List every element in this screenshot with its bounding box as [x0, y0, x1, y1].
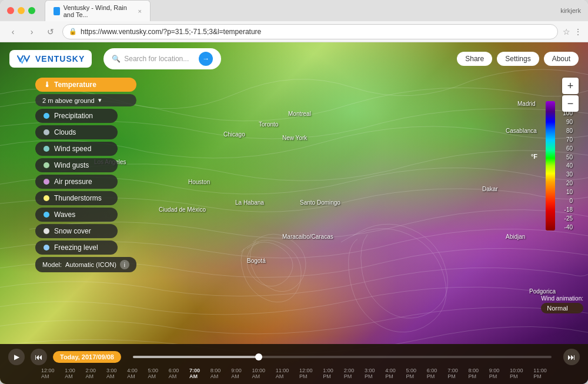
precipitation-label: Precipitation: [54, 112, 93, 120]
timeline-thumb[interactable]: [255, 353, 262, 360]
map-topnav: VENTUSKY 🔍 Search for location... → Shar…: [0, 48, 588, 69]
layer-clouds[interactable]: Clouds: [35, 125, 118, 139]
temp-70: 70: [563, 136, 573, 143]
precipitation-color-dot: [44, 113, 49, 119]
layer-waves[interactable]: Waves: [35, 208, 118, 222]
secure-icon: 🔒: [69, 28, 77, 35]
minimize-button[interactable]: [18, 7, 25, 14]
layer-wind-speed[interactable]: Wind speed: [35, 142, 118, 156]
temp-neg25: -25: [563, 215, 573, 222]
model-label: Model:: [42, 261, 62, 268]
wind-gusts-label: Wind gusts: [54, 161, 89, 169]
time-0900am: 9:00AM: [231, 368, 242, 379]
share-button[interactable]: Share: [457, 52, 492, 66]
play-button[interactable]: ▶: [8, 349, 25, 365]
time-0400am: 4:00AM: [127, 368, 138, 379]
layer-snow-cover[interactable]: Snow cover: [35, 224, 118, 238]
time-0100pm: 1:00PM: [323, 368, 333, 379]
time-0500am: 5:00AM: [148, 368, 158, 379]
traffic-lights: [7, 7, 35, 14]
layer-wind-gusts[interactable]: Wind gusts: [35, 158, 118, 172]
temp-50: 50: [563, 154, 573, 161]
time-0200am: 2:00AM: [86, 368, 96, 379]
search-icon: 🔍: [112, 55, 121, 63]
layer-thunderstorms[interactable]: Thunderstorms: [35, 191, 118, 205]
back-button[interactable]: ‹: [6, 25, 20, 39]
snow-cover-color-dot: [44, 228, 49, 234]
wind-animation-control: Wind animation: Normal: [541, 295, 583, 313]
timeline-track[interactable]: [133, 356, 552, 358]
thermometer-icon: 🌡: [44, 81, 51, 89]
ventusky-logo[interactable]: VENTUSKY: [9, 50, 92, 68]
search-submit-button[interactable]: →: [199, 52, 213, 66]
waves-label: Waves: [54, 211, 75, 219]
previous-button[interactable]: ⏮: [31, 349, 47, 365]
temp-10: 10: [563, 189, 573, 195]
altitude-chevron-icon: ▾: [98, 96, 102, 104]
maximize-button[interactable]: [28, 7, 35, 14]
temp-neg40: -40: [563, 224, 573, 231]
temp-80: 80: [563, 128, 573, 134]
layer-air-pressure[interactable]: Air pressure: [35, 175, 118, 189]
time-0800pm: 8:00PM: [468, 368, 479, 379]
zoom-out-button[interactable]: −: [562, 95, 579, 112]
search-bar[interactable]: 🔍 Search for location... →: [103, 48, 221, 69]
temp-color-bar: [546, 101, 555, 231]
freezing-level-label: Freezing level: [54, 243, 98, 252]
active-layer-label: Temperature: [54, 81, 96, 89]
toolbar-right: ☆ ⋮: [563, 27, 582, 36]
search-input[interactable]: Search for location...: [124, 55, 195, 63]
wind-gusts-color-dot: [44, 162, 49, 168]
temp-0: 0: [563, 198, 573, 204]
time-0200pm: 2:00PM: [344, 368, 355, 379]
thunderstorms-label: Thunderstorms: [54, 194, 102, 202]
browser-toolbar: ‹ › ↺ 🔒 https://www.ventusky.com/?p=31.5…: [0, 21, 588, 42]
next-button[interactable]: ⏭: [563, 349, 580, 365]
temp-20: 20: [563, 180, 573, 186]
reload-button[interactable]: ↺: [44, 25, 58, 39]
time-1200pm: 12:00PM: [299, 368, 313, 379]
forward-button[interactable]: ›: [25, 25, 39, 39]
time-1000am: 10:00AM: [252, 368, 265, 379]
time-0600pm: 6:00PM: [427, 368, 437, 379]
model-selector[interactable]: Model: Automatic (ICON) i: [35, 257, 136, 272]
close-button[interactable]: [7, 7, 14, 14]
address-bar[interactable]: 🔒 https://www.ventusky.com/?p=31.5;-71.5…: [62, 24, 558, 39]
browser-window: Ventusky - Wind, Rain and Te... × kirkje…: [0, 0, 588, 384]
timeline-progress: [133, 356, 259, 358]
zoom-in-button[interactable]: +: [562, 78, 579, 94]
bookmark-icon[interactable]: ☆: [563, 27, 570, 36]
tab-close-icon[interactable]: ×: [138, 8, 142, 15]
tab-title: Ventusky - Wind, Rain and Te...: [64, 4, 132, 18]
altitude-selector[interactable]: 2 m above ground ▾: [35, 94, 136, 106]
temp-unit-label: °F: [531, 153, 537, 160]
model-value: Automatic (ICON): [65, 261, 116, 268]
temp-40: 40: [563, 162, 573, 169]
url-text: https://www.ventusky.com/?p=31.5;-71.5;3…: [81, 28, 261, 36]
more-icon[interactable]: ⋮: [574, 27, 582, 36]
timeline-controls: ▶ ⏮ Today, 2017/09/08 ⏭: [0, 344, 588, 368]
tab-favicon: [54, 7, 60, 15]
map-container[interactable]: MontrealTorontoChicagoNew YorkLos Angele…: [0, 42, 588, 384]
temp-neg18: -18: [563, 206, 573, 213]
thunderstorms-color-dot: [44, 195, 49, 201]
settings-button[interactable]: Settings: [497, 52, 539, 66]
snow-cover-label: Snow cover: [54, 227, 91, 235]
time-0600am: 6:00AM: [169, 368, 179, 379]
layer-freezing-level[interactable]: Freezing level: [35, 241, 118, 255]
temperature-scale: °F: [546, 101, 555, 231]
waves-color-dot: [44, 212, 49, 218]
wind-animation-select[interactable]: Normal: [541, 303, 583, 313]
active-layer-temperature[interactable]: 🌡 Temperature: [35, 78, 136, 92]
browser-tab[interactable]: Ventusky - Wind, Rain and Te... ×: [45, 0, 151, 22]
timeline-bar: ▶ ⏮ Today, 2017/09/08 ⏭ 12:00AM 1:00AM 2…: [0, 344, 588, 384]
time-0300am: 3:00AM: [106, 368, 117, 379]
model-info-button[interactable]: i: [120, 260, 129, 269]
time-0300pm: 3:00PM: [365, 368, 375, 379]
layer-precipitation[interactable]: Precipitation: [35, 109, 118, 123]
browser-titlebar: Ventusky - Wind, Rain and Te... × kirkje…: [0, 0, 588, 21]
date-picker[interactable]: Today, 2017/09/08: [53, 351, 121, 363]
about-button[interactable]: About: [544, 52, 579, 66]
air-pressure-color-dot: [44, 179, 49, 185]
temp-90: 90: [563, 119, 573, 125]
